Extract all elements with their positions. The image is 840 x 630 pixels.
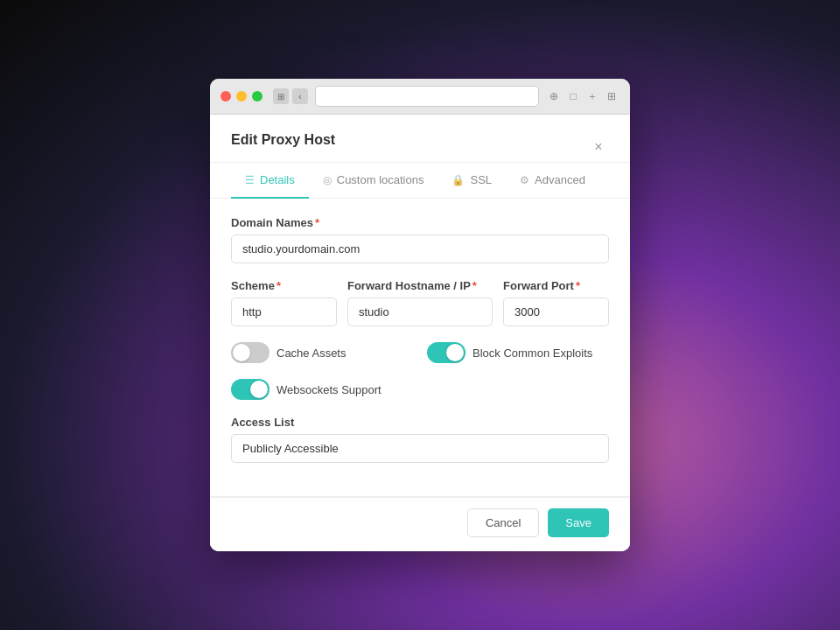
forward-port-group: Forward Port*	[503, 279, 609, 326]
modal-body: Domain Names* Scheme* Forward Hostname /…	[210, 199, 630, 496]
traffic-lights	[220, 91, 262, 102]
traffic-light-red[interactable]	[220, 91, 231, 102]
custom-locations-tab-icon: ◎	[323, 174, 332, 186]
tab-advanced-label: Advanced	[535, 173, 585, 186]
domain-names-group: Domain Names*	[231, 216, 609, 263]
forward-hostname-group: Forward Hostname / IP*	[347, 279, 493, 326]
traffic-light-yellow[interactable]	[236, 91, 247, 102]
modal-footer: Cancel Save	[210, 497, 630, 551]
block-exploits-label: Block Common Exploits	[472, 346, 592, 360]
browser-actions: ⊕ □ ＋ ⊞	[546, 88, 620, 104]
domain-names-input[interactable]	[231, 234, 609, 263]
toggles-row-1: Cache Assets Block Common Exploits	[231, 342, 609, 363]
tab-details-label: Details	[260, 173, 295, 186]
forward-hostname-label: Forward Hostname / IP*	[347, 279, 493, 292]
cache-assets-label: Cache Assets	[276, 346, 346, 360]
tab-ssl-label: SSL	[470, 173, 492, 186]
cache-assets-toggle-item: Cache Assets	[231, 342, 413, 363]
browser-titlebar: ⊞ ‹ ⊕ □ ＋ ⊞	[210, 79, 630, 115]
cache-assets-toggle[interactable]	[231, 342, 270, 363]
sidebar-icon[interactable]: ⊞	[604, 88, 620, 104]
new-tab-icon[interactable]: ＋	[584, 88, 600, 104]
ssl-tab-icon: 🔒	[452, 174, 465, 186]
websockets-knob	[250, 381, 268, 398]
access-list-input[interactable]	[231, 434, 609, 463]
browser-nav: ⊞ ‹	[273, 88, 308, 104]
fwd-host-required-star: *	[472, 279, 477, 292]
modal-close-button[interactable]: ×	[588, 136, 609, 158]
forward-port-label: Forward Port*	[503, 279, 609, 292]
address-bar[interactable]	[315, 86, 539, 107]
required-star: *	[315, 216, 319, 229]
tab-custom-locations[interactable]: ◎ Custom locations	[309, 163, 438, 199]
websockets-toggle-item: Websockets Support	[231, 379, 382, 400]
tab-details[interactable]: ☰ Details	[231, 163, 309, 199]
block-exploits-toggle[interactable]	[427, 342, 466, 363]
cancel-button[interactable]: Cancel	[467, 508, 539, 537]
save-button[interactable]: Save	[548, 508, 609, 537]
share-icon[interactable]: ⊕	[546, 88, 562, 104]
tab-custom-locations-label: Custom locations	[337, 173, 424, 186]
nav-window-btn[interactable]: ⊞	[273, 88, 289, 104]
forward-port-input[interactable]	[503, 298, 609, 326]
modal-overlay: Edit Proxy Host × ☰ Details ◎ Custom loc…	[210, 115, 630, 551]
modal-title: Edit Proxy Host	[231, 132, 335, 162]
access-list-group: Access List	[231, 416, 609, 463]
scheme-input[interactable]	[231, 298, 337, 326]
scheme-label: Scheme*	[231, 279, 337, 292]
domain-names-label: Domain Names*	[231, 216, 609, 229]
scheme-required-star: *	[276, 279, 281, 292]
block-exploits-toggle-item: Block Common Exploits	[427, 342, 609, 363]
bookmark-icon[interactable]: □	[565, 88, 581, 104]
toggles-row-2: Websockets Support	[231, 379, 609, 400]
forward-hostname-input[interactable]	[347, 298, 493, 326]
cache-assets-knob	[233, 344, 250, 361]
access-list-label: Access List	[231, 416, 609, 429]
scheme-group: Scheme*	[231, 279, 337, 326]
websockets-label: Websockets Support	[276, 383, 382, 396]
websockets-toggle[interactable]	[231, 379, 270, 400]
tab-advanced[interactable]: ⚙ Advanced	[506, 163, 599, 199]
tab-ssl[interactable]: 🔒 SSL	[438, 163, 506, 199]
browser-window: ⊞ ‹ ⊕ □ ＋ ⊞ Edit Proxy Host × ☰ Details …	[210, 79, 630, 551]
modal-header: Edit Proxy Host ×	[210, 115, 630, 163]
tab-bar: ☰ Details ◎ Custom locations 🔒 SSL ⚙ Adv…	[210, 163, 630, 199]
block-exploits-knob	[446, 344, 464, 361]
details-tab-icon: ☰	[245, 174, 255, 186]
traffic-light-green[interactable]	[252, 91, 262, 102]
fwd-port-required-star: *	[576, 279, 580, 292]
connection-fields-row: Scheme* Forward Hostname / IP* Forward P…	[231, 279, 609, 326]
nav-back-btn[interactable]: ‹	[292, 88, 308, 104]
advanced-tab-icon: ⚙	[520, 174, 529, 186]
